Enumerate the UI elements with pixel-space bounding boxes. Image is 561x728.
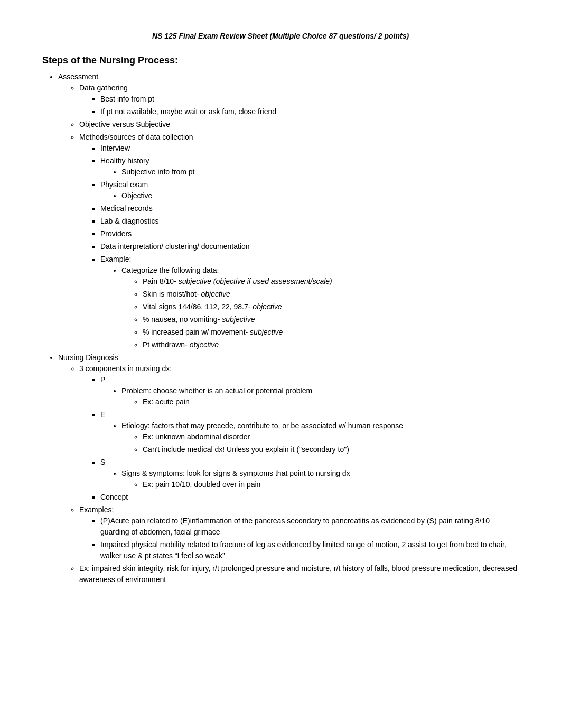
item-label: Signs & symptoms: look for signs & sympt…	[121, 469, 350, 477]
list-item: S Signs & symptoms: look for signs & sym…	[100, 457, 519, 490]
list-item: % increased pain w/ movement- subjective	[143, 327, 519, 338]
item-label: (P)Acute pain related to (E)inflammation…	[100, 517, 490, 536]
list-item: Vital signs 144/86, 112, 22, 98.7- objec…	[143, 301, 519, 312]
item-label: % nausea, no vomiting- subjective	[143, 315, 255, 324]
item-label: Categorize the following data:	[121, 266, 219, 274]
item-label: Data interpretation/ clustering/ documen…	[100, 242, 250, 251]
list-item: Signs & symptoms: look for signs & sympt…	[121, 468, 519, 490]
list-item: Problem: choose whether is an actual or …	[121, 385, 519, 408]
item-label: Healthy history	[100, 156, 149, 165]
item-label: Ex: pain 10/10, doubled over in pain	[143, 480, 260, 489]
item-label: S	[100, 458, 105, 466]
list-item: E Etiology: factors that may precede, co…	[100, 409, 519, 455]
level2-list: 3 components in nursing dx: P Problem: c…	[79, 363, 519, 585]
list-item: Categorize the following data: Pain 8/10…	[121, 265, 519, 351]
level5-list: Ex: unknown abdominal disorder Can't inc…	[143, 431, 519, 455]
list-item: Pain 8/10- subjective (objective if used…	[143, 276, 519, 287]
list-item: Ex: impaired skin integrity, risk for in…	[79, 563, 519, 585]
item-label: Nursing Diagnosis	[58, 353, 118, 362]
item-label: Pain 8/10- subjective (objective if used…	[143, 277, 332, 285]
level5-list: Ex: acute pain	[143, 397, 519, 408]
list-item: Subjective info from pt	[121, 167, 519, 178]
section-title: Steps of the Nursing Process:	[42, 55, 519, 66]
item-label: Impaired physical mobility related to fr…	[100, 540, 507, 560]
list-item: Objective	[121, 190, 519, 201]
list-item: Skin is moist/hot- objective	[143, 289, 519, 300]
item-label: Concept	[100, 493, 128, 501]
list-item: Assessment Data gathering Best info from…	[58, 71, 519, 351]
main-content: Steps of the Nursing Process: Assessment…	[42, 55, 519, 585]
item-label: P	[100, 375, 105, 384]
level3-list: (P)Acute pain related to (E)inflammation…	[100, 515, 519, 561]
item-label: E	[100, 410, 105, 419]
item-label: If pt not available, maybe wait or ask f…	[100, 107, 276, 116]
list-item: Methods/sources of data collection Inter…	[79, 132, 519, 351]
list-item: Interview	[100, 143, 519, 154]
list-item: Objective versus Subjective	[79, 119, 519, 130]
level4-list: Problem: choose whether is an actual or …	[121, 385, 519, 408]
list-item: Healthy history Subjective info from pt	[100, 155, 519, 178]
level5-list: Pain 8/10- subjective (objective if used…	[143, 276, 519, 351]
list-item: Ex: pain 10/10, doubled over in pain	[143, 479, 519, 490]
list-item: Data interpretation/ clustering/ documen…	[100, 241, 519, 252]
item-label: Providers	[100, 229, 132, 238]
item-label: Lab & diagnostics	[100, 217, 159, 225]
level4-list: Signs & symptoms: look for signs & sympt…	[121, 468, 519, 490]
level4-list: Etiology: factors that may precede, cont…	[121, 420, 519, 455]
list-item: % nausea, no vomiting- subjective	[143, 314, 519, 325]
item-label: Skin is moist/hot- objective	[143, 290, 230, 298]
level4-list: Categorize the following data: Pain 8/10…	[121, 265, 519, 351]
item-label: Assessment	[58, 72, 98, 81]
item-label: Interview	[100, 144, 130, 152]
level3-list: P Problem: choose whether is an actual o…	[100, 374, 519, 503]
list-item: Ex: unknown abdominal disorder	[143, 431, 519, 443]
list-item: Example: Categorize the following data: …	[100, 254, 519, 351]
level1-list: Assessment Data gathering Best info from…	[58, 71, 519, 585]
level3-list: Interview Healthy history Subjective inf…	[100, 143, 519, 351]
list-item: Providers	[100, 228, 519, 239]
list-item: Pt withdrawn- objective	[143, 339, 519, 351]
item-label: Subjective info from pt	[121, 168, 195, 176]
list-item: 3 components in nursing dx: P Problem: c…	[79, 363, 519, 503]
list-item: Best info from pt	[100, 94, 519, 105]
list-item: Lab & diagnostics	[100, 216, 519, 227]
item-label: Can't include medical dx! Unless you exp…	[143, 445, 349, 454]
level5-list: Ex: pain 10/10, doubled over in pain	[143, 479, 519, 490]
item-label: % increased pain w/ movement- subjective	[143, 328, 283, 336]
level4-list: Objective	[121, 190, 519, 201]
list-item: Physical exam Objective	[100, 179, 519, 201]
item-label: Vital signs 144/86, 112, 22, 98.7- objec…	[143, 302, 282, 311]
item-label: Objective	[121, 191, 152, 200]
item-label: Physical exam	[100, 180, 148, 189]
item-label: Problem: choose whether is an actual or …	[121, 386, 312, 395]
list-item: Can't include medical dx! Unless you exp…	[143, 444, 519, 455]
item-label: Ex: acute pain	[143, 398, 190, 406]
item-label: Ex: impaired skin integrity, risk for in…	[79, 564, 517, 584]
list-item: P Problem: choose whether is an actual o…	[100, 374, 519, 408]
item-label: Etiology: factors that may precede, cont…	[121, 421, 403, 430]
item-label: 3 components in nursing dx:	[79, 364, 172, 373]
list-item: Medical records	[100, 203, 519, 214]
level2-list: Data gathering Best info from pt If pt n…	[79, 82, 519, 351]
list-item: Etiology: factors that may precede, cont…	[121, 420, 519, 455]
list-item: Concept	[100, 492, 519, 503]
page-header-title: NS 125 Final Exam Review Sheet (Multiple…	[152, 32, 409, 40]
list-item: Data gathering Best info from pt If pt n…	[79, 82, 519, 117]
list-item: (P)Acute pain related to (E)inflammation…	[100, 515, 519, 538]
level3-list: Best info from pt If pt not available, m…	[100, 94, 519, 117]
item-label: Ex: unknown abdominal disorder	[143, 432, 250, 441]
item-label: Objective versus Subjective	[79, 120, 170, 128]
list-item: If pt not available, maybe wait or ask f…	[100, 106, 519, 117]
item-label: Pt withdrawn- objective	[143, 340, 219, 349]
list-item: Examples: (P)Acute pain related to (E)in…	[79, 504, 519, 561]
list-item: Ex: acute pain	[143, 397, 519, 408]
list-item: Impaired physical mobility related to fr…	[100, 539, 519, 561]
item-label: Example:	[100, 255, 131, 263]
item-label: Examples:	[79, 505, 114, 514]
item-label: Methods/sources of data collection	[79, 133, 193, 141]
item-label: Best info from pt	[100, 95, 154, 103]
list-item: Nursing Diagnosis 3 components in nursin…	[58, 352, 519, 585]
item-label: Data gathering	[79, 84, 128, 92]
item-label: Medical records	[100, 204, 153, 213]
level4-list: Subjective info from pt	[121, 167, 519, 178]
